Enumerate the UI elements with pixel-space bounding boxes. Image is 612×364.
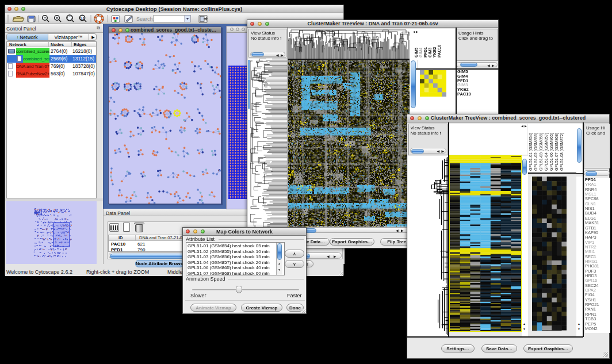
svg-text:1:1: 1:1 (81, 17, 85, 20)
svg-text:Search:: Search: (136, 16, 154, 22)
